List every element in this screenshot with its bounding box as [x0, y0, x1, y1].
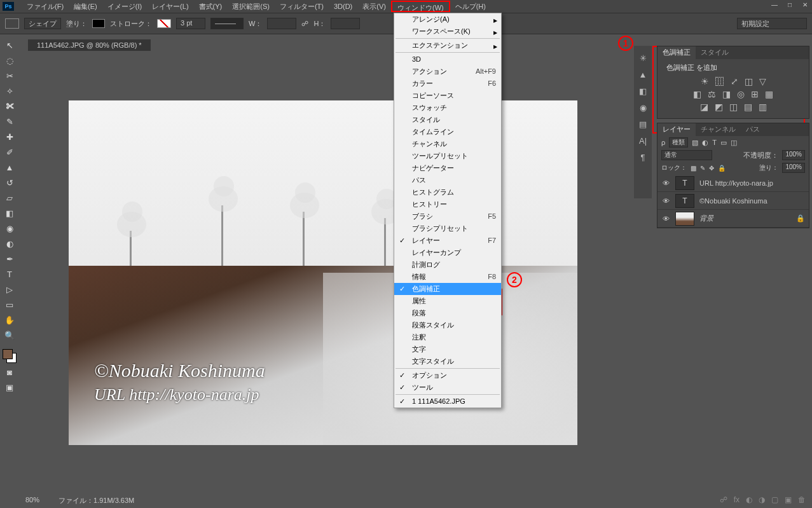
menu-filter[interactable]: フィルター(T)	[275, 1, 329, 12]
menu-item-1 111A5462.JPG[interactable]: 1 111A5462.JPG✓	[394, 395, 501, 408]
height-field[interactable]	[331, 18, 360, 29]
dodge-tool-icon[interactable]: ◐	[3, 237, 17, 250]
hand-tool-icon[interactable]: ✋	[3, 313, 17, 326]
blur-tool-icon[interactable]: ◉	[3, 222, 17, 235]
menu-help[interactable]: ヘルプ(H)	[450, 1, 491, 12]
lock-transparent-icon[interactable]: ▩	[691, 165, 696, 172]
filter-adjust-icon[interactable]: ◐	[702, 139, 708, 147]
menu-item-スタイル[interactable]: スタイル	[394, 114, 501, 126]
menu-item-アクション[interactable]: アクションAlt+F9	[394, 65, 501, 78]
menu-window[interactable]: ウィンドウ(W)	[391, 1, 450, 12]
filter-smart-icon[interactable]: ◫	[731, 139, 737, 147]
mask-icon[interactable]: ◐	[746, 495, 752, 504]
healing-brush-tool-icon[interactable]: ✚	[3, 130, 17, 143]
visibility-icon[interactable]: 👁	[661, 215, 670, 223]
menu-item-チャンネル[interactable]: チャンネル	[394, 138, 501, 150]
workspace-select[interactable]: 初期設定	[737, 18, 807, 29]
visibility-icon[interactable]: 👁	[661, 179, 670, 187]
menu-item-ワークスペース(K)[interactable]: ワークスペース(K)▶	[394, 25, 501, 38]
photo-filter-icon[interactable]: ◎	[737, 89, 745, 99]
menu-item-パス[interactable]: パス	[394, 174, 501, 186]
crop-tool-icon[interactable]: ✀	[3, 100, 17, 113]
menu-edit[interactable]: 編集(E)	[69, 1, 102, 12]
menu-item-ブラシ[interactable]: ブラシF5	[394, 210, 501, 223]
exposure-icon[interactable]: ◫	[745, 76, 753, 86]
channel-mixer-icon[interactable]: ⊞	[751, 89, 759, 99]
posterize-icon[interactable]: ◩	[715, 102, 723, 112]
eraser-tool-icon[interactable]: ▱	[3, 191, 17, 204]
tool-preset-icon[interactable]	[5, 18, 19, 29]
filter-shape-icon[interactable]: ▭	[720, 139, 727, 147]
menu-image[interactable]: イメージ(I)	[102, 1, 147, 12]
menu-type[interactable]: 書式(Y)	[194, 1, 228, 12]
lasso-tool-icon[interactable]: ✂	[3, 69, 17, 82]
navigator-panel-icon[interactable]: ▲	[637, 69, 649, 80]
maximize-icon[interactable]: □	[785, 1, 794, 9]
menu-item-ヒストリー[interactable]: ヒストリー	[394, 198, 501, 210]
adjustments-tab[interactable]: 色調補正	[657, 46, 696, 59]
visibility-icon[interactable]: 👁	[661, 197, 670, 205]
layers-tab[interactable]: レイヤー	[657, 123, 696, 136]
menu-layer[interactable]: レイヤー(L)	[147, 1, 193, 12]
new-fill-icon[interactable]: ◑	[759, 495, 765, 504]
foreground-color-swatch[interactable]	[3, 349, 13, 359]
character-panel-icon[interactable]: A|	[637, 135, 649, 146]
channels-tab[interactable]: チャンネル	[696, 123, 741, 136]
stroke-swatch[interactable]	[157, 19, 171, 28]
layer-name[interactable]: ©Nobuaki Koshinuma	[699, 197, 767, 205]
brush-tool-icon[interactable]: ✐	[3, 146, 17, 158]
filter-pixel-icon[interactable]: ▧	[692, 139, 698, 147]
new-group-icon[interactable]: ▢	[771, 495, 778, 504]
type-tool-icon[interactable]: T	[3, 268, 17, 280]
stroke-style-select[interactable]: ———	[210, 18, 244, 29]
lock-pixels-icon[interactable]: ✎	[700, 165, 705, 172]
histogram-panel-icon[interactable]: ✳	[637, 52, 649, 64]
zoom-level[interactable]: 80%	[25, 496, 39, 505]
lock-all-icon[interactable]: 🔒	[718, 165, 726, 172]
blend-mode-select[interactable]: 通常	[661, 150, 712, 160]
menu-item-文字[interactable]: 文字	[394, 343, 501, 355]
layer-row[interactable]: 👁 T URL http://kyoto-nara.jp	[657, 174, 809, 192]
menu-item-アレンジ(A)[interactable]: アレンジ(A)▶	[394, 13, 501, 25]
bw-icon[interactable]: ◨	[722, 89, 731, 99]
screen-mode-icon[interactable]: ▣	[3, 381, 17, 394]
close-icon[interactable]: ✕	[801, 1, 809, 9]
magic-wand-tool-icon[interactable]: ✧	[3, 85, 17, 97]
menu-3d[interactable]: 3D(D)	[329, 1, 357, 12]
layer-name[interactable]: URL http://kyoto-nara.jp	[699, 179, 773, 187]
hue-sat-icon[interactable]: ◧	[693, 89, 701, 99]
adjustments-panel-icon[interactable]: ◧	[637, 85, 649, 97]
zoom-tool-icon[interactable]: 🔍	[3, 329, 17, 341]
menu-item-段落[interactable]: 段落	[394, 307, 501, 319]
menu-item-注釈[interactable]: 注釈	[394, 331, 501, 343]
rectangle-tool-icon[interactable]: ▭	[3, 298, 17, 311]
menu-view[interactable]: 表示(V)	[357, 1, 391, 12]
paragraph-panel-icon[interactable]: ¶	[637, 151, 649, 163]
menu-item-色調補正[interactable]: 色調補正✓	[394, 283, 501, 295]
menu-item-段落スタイル[interactable]: 段落スタイル	[394, 319, 501, 331]
menu-item-ヒストグラム[interactable]: ヒストグラム	[394, 186, 501, 198]
menu-item-文字スタイル[interactable]: 文字スタイル	[394, 355, 501, 367]
opacity-field[interactable]: 100%	[782, 150, 805, 160]
marquee-tool-icon[interactable]: ◌	[3, 54, 17, 67]
menu-file[interactable]: ファイル(F)	[22, 1, 69, 12]
gradient-map-icon[interactable]: ▤	[744, 102, 752, 112]
menu-item-レイヤー[interactable]: レイヤーF7✓	[394, 235, 501, 247]
layer-name[interactable]: 背景	[699, 214, 713, 223]
new-layer-icon[interactable]: ▣	[785, 495, 792, 504]
pen-tool-icon[interactable]: ✒	[3, 252, 17, 265]
eyedropper-tool-icon[interactable]: ✎	[3, 115, 17, 128]
menu-item-属性[interactable]: 属性	[394, 295, 501, 307]
document-tab[interactable]: 111A5462.JPG @ 80% (RGB/8) *	[28, 39, 151, 51]
fill-swatch[interactable]	[92, 19, 105, 28]
menu-item-計測ログ[interactable]: 計測ログ	[394, 259, 501, 271]
menu-item-スウォッチ[interactable]: スウォッチ	[394, 102, 501, 114]
minimize-icon[interactable]: —	[770, 1, 779, 9]
layer-filter-kind[interactable]: 種類	[669, 137, 688, 148]
styles-tab[interactable]: スタイル	[696, 46, 734, 59]
menu-item-エクステンション[interactable]: エクステンション▶	[394, 39, 501, 51]
curves-icon[interactable]: ⤢	[731, 76, 738, 86]
menu-item-ナビゲーター[interactable]: ナビゲーター	[394, 162, 501, 174]
menu-item-カラー[interactable]: カラーF6	[394, 78, 501, 90]
threshold-icon[interactable]: ◫	[729, 102, 738, 112]
